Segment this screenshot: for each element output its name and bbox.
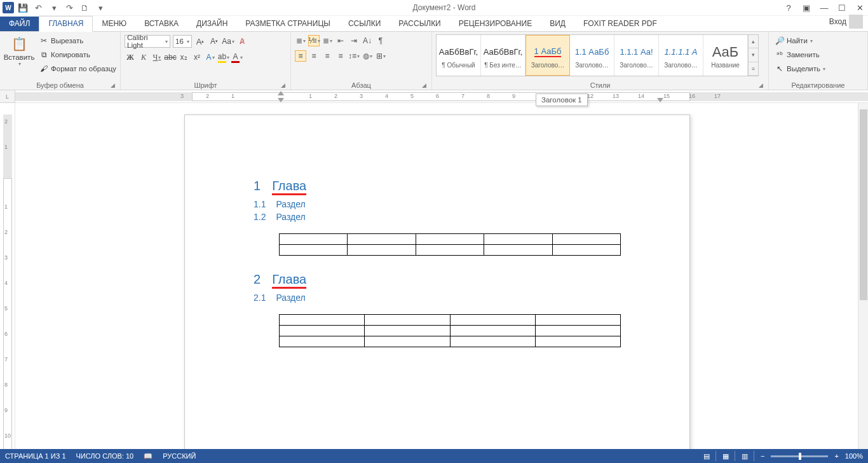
close-icon[interactable]: ✕ [854,3,865,13]
undo-icon[interactable]: ↶ [33,3,43,13]
font-color-button[interactable]: A▾ [231,52,243,63]
borders-button[interactable]: ⊞▾ [375,50,386,62]
subscript-button[interactable]: x₂ [178,52,189,63]
bold-button[interactable]: Ж [125,52,136,63]
zoom-in[interactable]: + [834,452,838,460]
scrollbar-thumb[interactable] [860,109,867,300]
tab-review[interactable]: РЕЦЕНЗИРОВАНИЕ [450,17,541,31]
tab-references[interactable]: ССЫЛКИ [339,17,390,31]
heading2-11[interactable]: 1.1Раздел [254,199,621,209]
styles-down[interactable]: ▾ [749,48,758,62]
font-size-select[interactable]: 16▾ [173,35,192,48]
tab-insert[interactable]: ВСТАВКА [135,17,187,31]
print-layout-icon[interactable]: ▦ [722,451,735,461]
shrink-font-icon[interactable]: A▾ [208,36,220,47]
status-proof-icon[interactable]: 📖 [144,452,153,460]
clipboard-launcher[interactable]: ◢ [111,82,115,88]
maximize-icon[interactable]: ☐ [836,3,848,13]
underline-button[interactable]: Ч▾ [151,52,163,63]
style-heading4[interactable]: 1.1.1.1 АЗаголово… [659,35,703,76]
format-painter-button[interactable]: 🖌Формат по образцу [37,62,118,75]
page-content[interactable]: 1Глава 1.1Раздел 1.2Раздел 2Глава 2.1Раз… [185,115,689,347]
style-heading2[interactable]: 1.1 АаБбЗаголово… [570,35,614,76]
tab-mailings[interactable]: РАССЫЛКИ [390,17,449,31]
tab-selector[interactable]: L [0,90,15,103]
tab-foxit[interactable]: Foxit Reader PDF [574,17,666,31]
web-layout-icon[interactable]: ▥ [742,451,754,461]
tab-design[interactable]: ДИЗАЙН [187,17,236,31]
font-name-select[interactable]: Calibri Light▾ [125,35,170,48]
bullets-button[interactable]: ≣▾ [295,35,306,46]
style-no-spacing[interactable]: АаБбВвГг,¶ Без инте… [481,35,526,76]
save-icon[interactable]: 💾 [18,3,28,13]
text-effects-button[interactable]: A▾ [205,52,216,63]
document-canvas[interactable]: 1Глава 1.1Раздел 1.2Раздел 2Глава 2.1Раз… [15,103,868,449]
heading2-12[interactable]: 1.2Раздел [254,212,621,222]
style-heading3[interactable]: 1.1.1 Аа!Заголово… [614,35,659,76]
shading-button[interactable]: ◍▾ [362,50,373,62]
align-center-button[interactable]: ≡ [308,50,320,62]
cut-button[interactable]: ✂Вырезать [37,34,118,47]
redo-icon[interactable]: ↷ [64,3,74,13]
tab-menu[interactable]: Меню [93,17,135,31]
status-page[interactable]: СТРАНИЦА 1 ИЗ 1 [5,452,66,460]
tab-file[interactable]: ФАЙЛ [0,17,39,31]
dec-indent-button[interactable]: ⇤ [335,35,346,46]
superscript-button[interactable]: x² [191,52,203,63]
styles-up[interactable]: ▴ [749,35,758,48]
zoom-level[interactable]: 100% [845,452,863,460]
align-left-button[interactable]: ≡ [295,50,306,62]
vertical-ruler[interactable]: 2 1 1 2 3 4 5 6 7 8 9 10 [0,103,15,449]
horizontal-ruler[interactable]: 3 2 1 1 2 3 4 5 6 7 8 9 10 11 12 13 14 1… [15,90,868,103]
multilevel-button[interactable]: ≣▾ [322,35,333,46]
tab-layout[interactable]: РАЗМЕТКА СТРАНИЦЫ [236,17,339,31]
vertical-scrollbar[interactable] [858,103,868,449]
replace-button[interactable]: ᵃᵇЗаменить [773,48,822,61]
styles-launcher[interactable]: ◢ [759,82,763,88]
zoom-slider[interactable] [771,455,828,457]
inc-indent-button[interactable]: ⇥ [348,35,360,46]
new-doc-icon[interactable]: 🗋 [79,3,90,13]
copy-button[interactable]: ⧉Копировать [37,48,118,61]
heading1-1[interactable]: 1Глава [254,179,621,195]
tab-home[interactable]: ГЛАВНАЯ [39,16,93,32]
select-button[interactable]: ↖Выделить▾ [773,62,827,75]
style-heading1[interactable]: 1 АаБбЗаголово… [526,35,570,76]
paste-button[interactable]: 📋 Вставить▾ [4,33,34,67]
style-title[interactable]: АаБНазвание [703,35,748,76]
right-indent[interactable] [657,98,663,102]
help-icon[interactable]: ? [783,3,794,13]
sort-button[interactable]: A↓ [362,35,373,46]
ribbon-display-icon[interactable]: ▣ [801,3,812,13]
change-case-icon[interactable]: Aa▾ [222,36,234,47]
italic-button[interactable]: К [138,52,149,63]
numbering-button[interactable]: ⅟≡▾ [308,35,320,46]
sign-in[interactable]: Вход [824,12,868,31]
qat-customize[interactable]: ▾ [95,3,105,13]
font-launcher[interactable]: ◢ [281,82,285,88]
align-right-button[interactable]: ≡ [322,50,333,62]
first-line-indent[interactable] [278,91,284,95]
clear-format-icon[interactable]: A̷ [236,36,248,47]
status-language[interactable]: РУССКИЙ [163,452,196,460]
tab-view[interactable]: ВИД [541,17,574,31]
heading1-2[interactable]: 2Глава [254,272,621,289]
paragraph-launcher[interactable]: ◢ [422,82,426,88]
strike-button[interactable]: abc [165,52,176,63]
grow-font-icon[interactable]: A▴ [194,36,206,47]
zoom-out[interactable]: − [761,452,764,460]
status-words[interactable]: ЧИСЛО СЛОВ: 10 [76,452,134,460]
justify-button[interactable]: ≡ [335,50,346,62]
undo-dropdown[interactable]: ▾ [49,3,59,13]
table-1[interactable] [279,233,621,256]
line-spacing-button[interactable]: ↕≡▾ [348,50,360,62]
read-mode-icon[interactable]: ▤ [703,451,716,461]
show-marks-button[interactable]: ¶ [375,35,386,46]
minimize-icon[interactable]: — [818,3,830,13]
table-2[interactable] [279,314,621,347]
highlight-button[interactable]: ab▾ [218,52,229,63]
heading2-21[interactable]: 2.1Раздел [254,293,621,303]
style-normal[interactable]: АаБбВвГг,¶ Обычный [437,35,481,76]
hanging-indent[interactable] [278,98,284,102]
find-button[interactable]: 🔎Найти▾ [773,34,815,47]
